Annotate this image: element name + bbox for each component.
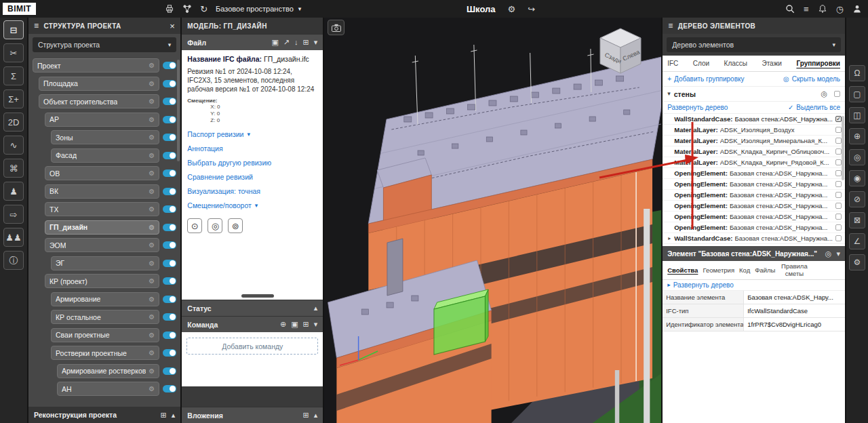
file-action-link[interactable]: Сравнение ревизий xyxy=(187,173,317,181)
visibility-toggle[interactable] xyxy=(163,313,176,321)
element-tree-row[interactable]: OpeningElement: Базовая стена:ADSK_Наруж… xyxy=(663,212,845,222)
element-tree-row[interactable]: OpeningElement: Базовая стена:ADSK_Наруж… xyxy=(663,222,845,233)
visibility-icon[interactable]: ◉ xyxy=(849,170,865,186)
property-value[interactable]: IfcWallStandardCase xyxy=(744,304,845,317)
element-tree-row[interactable]: MaterialLayer: ADSK_Кладка_Кирпич_Рядово… xyxy=(663,157,845,168)
add-member-icon[interactable]: ⊕ xyxy=(280,321,286,328)
select-lasso-icon[interactable]: ⊚ xyxy=(228,218,243,233)
row-checkbox[interactable] xyxy=(835,224,842,230)
select-single-icon[interactable]: ⊙ xyxy=(187,218,202,233)
row-checkbox[interactable] xyxy=(835,170,842,176)
details-tab[interactable]: Геометрия xyxy=(703,266,734,274)
crosshair-icon[interactable]: ⊕ xyxy=(849,128,865,144)
elements-tab[interactable]: Классы xyxy=(724,60,747,67)
sum-add-icon[interactable]: Σ+ xyxy=(3,89,24,108)
visibility-toggle[interactable] xyxy=(163,349,176,357)
details-tab[interactable]: Файлы xyxy=(755,266,775,274)
details-tab[interactable]: Свойства xyxy=(667,266,698,274)
gear-icon[interactable]: ⚙ xyxy=(149,98,155,105)
structure-node[interactable]: Проект ⚙ xyxy=(33,58,159,73)
visibility-toggle[interactable] xyxy=(163,241,176,249)
property-value[interactable]: Базовая стена:ADSK_Нару... xyxy=(744,291,845,304)
group-row-walls[interactable]: ▾ стены ◎ xyxy=(663,87,845,102)
row-checkbox[interactable] xyxy=(835,159,842,165)
export-icon[interactable]: ⇨ xyxy=(3,205,24,224)
close-icon[interactable]: × xyxy=(170,21,175,31)
elements-tab[interactable]: Слои xyxy=(693,60,709,67)
structure-node[interactable]: Сваи проектные ⚙ xyxy=(51,328,159,342)
add-box-icon[interactable]: ⊞ xyxy=(303,411,309,419)
viewport-3d[interactable]: Сзади Слева xyxy=(324,18,661,423)
property-value[interactable]: 1frPR7$Cv8DvigHLricag0 xyxy=(744,318,845,331)
horizontal-scrollbar[interactable] xyxy=(241,294,274,298)
gear-icon[interactable]: ⚙ xyxy=(149,188,155,195)
structure-node[interactable]: ТХ ⚙ xyxy=(45,202,159,216)
element-tree-row[interactable]: OpeningElement: Базовая стена:ADSK_Наруж… xyxy=(663,179,845,190)
expand-arrow-icon[interactable]: ▸ xyxy=(668,235,674,241)
elements-tab[interactable]: Группировки xyxy=(796,60,840,67)
gear-icon[interactable]: ⚙ xyxy=(149,313,155,321)
profile-icon[interactable] xyxy=(852,4,862,14)
add-team-button[interactable]: Добавить команду xyxy=(186,338,318,355)
row-checkbox[interactable] xyxy=(835,235,842,241)
section-box-icon[interactable]: ▢ xyxy=(849,86,865,102)
search-icon[interactable] xyxy=(785,4,795,14)
structure-node[interactable]: Объект строительства ⚙ xyxy=(39,94,159,108)
close-box-icon[interactable]: ⊠ xyxy=(849,212,865,228)
plugins-icon[interactable]: ⌘ xyxy=(3,159,24,178)
group-checkbox[interactable] xyxy=(834,91,840,97)
gear-icon[interactable]: ⚙ xyxy=(149,260,155,267)
select-frame-icon[interactable]: ◎ xyxy=(208,218,222,233)
row-checkbox[interactable] xyxy=(835,148,842,155)
visibility-toggle[interactable] xyxy=(163,134,176,141)
visibility-toggle[interactable] xyxy=(163,205,176,213)
add-box-icon[interactable]: ⊞ xyxy=(161,411,167,419)
gear-icon[interactable]: ⚙ xyxy=(149,224,155,231)
visibility-toggle[interactable] xyxy=(163,116,176,123)
element-tree-row[interactable]: MaterialLayer: ADSK_Изоляция_Минеральная… xyxy=(663,136,845,146)
scrollbar[interactable] xyxy=(842,116,844,180)
visibility-toggle[interactable] xyxy=(163,80,176,87)
navigation-cube[interactable]: Сзади Слева xyxy=(596,26,645,77)
element-tree-row[interactable]: OpeningElement: Базовая стена:ADSK_Наруж… xyxy=(663,190,845,201)
collapse-icon[interactable]: ▾ xyxy=(314,39,318,46)
structure-selector[interactable]: Структура проекта ▾ xyxy=(33,37,176,52)
snapshot-icon[interactable]: ▣ xyxy=(271,39,278,46)
file-action-link[interactable]: Выбрать другую ревизию xyxy=(187,159,317,167)
file-section-header[interactable]: Файл ▣↗↓⊞▾ xyxy=(182,34,323,50)
collapse-icon[interactable]: ▾ xyxy=(314,321,318,328)
structure-node[interactable]: КР остальное ⚙ xyxy=(51,310,159,324)
download-icon[interactable]: ↓ xyxy=(294,39,298,46)
collapse-icon[interactable]: ▴ xyxy=(314,411,318,419)
structure-node[interactable]: АР ⚙ xyxy=(45,113,159,127)
visibility-toggle[interactable] xyxy=(163,367,176,375)
element-tree-row[interactable]: ▸ WallStandardCase: Базовая стена:ADSK_Н… xyxy=(663,233,845,244)
file-action-link[interactable]: Аннотация xyxy=(187,144,317,153)
file-action-link[interactable]: Паспорт ревизии ▾ xyxy=(187,130,317,138)
element-tree-row[interactable]: OpeningElement: Базовая стена:ADSK_Наруж… xyxy=(663,201,845,212)
menu-list-icon[interactable]: ≡ xyxy=(804,5,809,14)
file-action-link[interactable]: Визуализация: точная xyxy=(187,187,317,195)
share-icon[interactable]: ↪ xyxy=(528,5,535,14)
structure-node[interactable]: КР (проект) ⚙ xyxy=(45,274,159,288)
gear-icon[interactable]: ⚙ xyxy=(149,116,155,123)
hide-element-icon[interactable]: ⊘ xyxy=(849,191,865,207)
add-group-link[interactable]: + Добавить группировку xyxy=(667,75,744,83)
gear-icon[interactable]: ⚙ xyxy=(149,62,155,69)
structure-node[interactable]: АН ⚙ xyxy=(57,382,159,396)
attachments-section-header[interactable]: Вложения ⊞▴ xyxy=(182,407,323,423)
gear-icon[interactable]: ⚙ xyxy=(149,241,155,249)
hide-model-link[interactable]: ◎ Скрыть модель xyxy=(783,75,840,83)
gear-icon[interactable]: ⚙ xyxy=(149,385,155,392)
elements-selector[interactable]: Дерево элементов ▾ xyxy=(667,37,841,52)
gear-icon[interactable]: ⚙ xyxy=(149,205,155,213)
split-view-icon[interactable]: ◫ xyxy=(849,107,865,123)
visibility-toggle[interactable] xyxy=(163,169,176,177)
collapse-icon[interactable]: ▴ xyxy=(314,304,318,312)
structure-node[interactable]: ЭОМ ⚙ xyxy=(45,238,159,252)
info-icon[interactable]: ⓘ xyxy=(3,251,24,270)
scrollbar[interactable] xyxy=(177,60,180,161)
select-all-link[interactable]: ✓ Выделить все xyxy=(788,104,840,111)
structure-node[interactable]: Ростверки проектные ⚙ xyxy=(51,346,159,360)
hamburger-icon[interactable]: ≡ xyxy=(34,21,39,31)
